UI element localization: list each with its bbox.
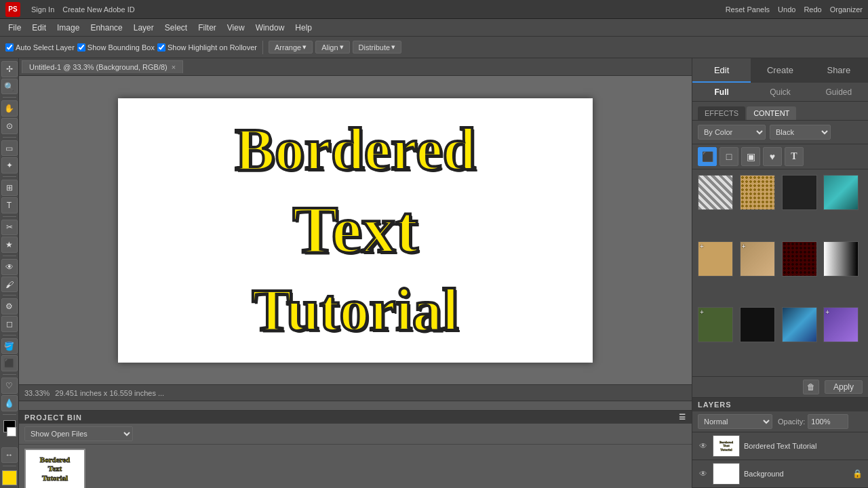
- menu-filter[interactable]: Filter: [193, 22, 222, 34]
- layer-name-bg: Background: [744, 470, 848, 478]
- swatch-8[interactable]: [823, 241, 859, 277]
- filter-square-icon[interactable]: □: [719, 147, 738, 166]
- filter-frame-icon[interactable]: ▣: [741, 147, 760, 166]
- swatch-5[interactable]: +: [698, 241, 733, 277]
- project-bin-menu-icon[interactable]: ☰: [679, 413, 686, 422]
- eye-tool[interactable]: 👁: [1, 259, 18, 275]
- text-tool[interactable]: T: [1, 197, 18, 214]
- horizontal-scrollbar[interactable]: [19, 401, 692, 410]
- redo-btn[interactable]: Redo: [804, 5, 821, 14]
- foreground-bg-swap[interactable]: ↔: [1, 447, 18, 464]
- edit-mode-quick[interactable]: Quick: [751, 83, 809, 101]
- delete-swatch-btn[interactable]: 🗑: [803, 380, 819, 394]
- filter-by-select[interactable]: By Color By Type By Style: [698, 125, 766, 140]
- create-id-link[interactable]: Create New Adobe ID: [62, 5, 134, 14]
- color-swatch[interactable]: [2, 470, 17, 485]
- layer-visibility-text[interactable]: 👁: [698, 441, 709, 451]
- effects-tab[interactable]: EFFECTS: [698, 106, 745, 120]
- move-tool[interactable]: ✢: [1, 61, 18, 77]
- menu-file[interactable]: File: [3, 22, 26, 34]
- edit-mode-guided[interactable]: Guided: [810, 83, 868, 101]
- menu-enhance[interactable]: Enhance: [85, 22, 127, 34]
- project-thumb-text: BorderedTextTutorial: [40, 455, 70, 483]
- magic-wand-tool[interactable]: ✦: [1, 157, 18, 174]
- star-tool[interactable]: ★: [1, 237, 18, 253]
- black-select[interactable]: Black White Red: [770, 125, 831, 140]
- sign-in-link[interactable]: Sign In: [31, 5, 54, 14]
- dropper-tool[interactable]: 💧: [1, 395, 18, 411]
- layer-text[interactable]: 👁 BorderedTextTutorial Bordered Text Tut…: [692, 432, 868, 460]
- effects-content-tabs: EFFECTS CONTENT: [692, 102, 868, 121]
- background-color[interactable]: [7, 427, 16, 436]
- opacity-label: Opacity:: [778, 418, 805, 426]
- filter-text-icon[interactable]: T: [785, 147, 804, 166]
- menu-help[interactable]: Help: [290, 22, 317, 34]
- align-btn[interactable]: Align ▾: [315, 41, 349, 54]
- bounding-box-check[interactable]: Show Bounding Box: [77, 43, 155, 52]
- layer-lock-icon: 🔒: [852, 469, 863, 479]
- auto-select-check[interactable]: Auto Select Layer: [5, 43, 75, 52]
- gradient-tool[interactable]: ⬛: [1, 355, 18, 371]
- highlight-rollover-check[interactable]: Show Highlight on Rollover: [157, 43, 257, 52]
- eraser-tool[interactable]: ◻: [1, 316, 18, 332]
- swatch-1[interactable]: [698, 175, 733, 210]
- swatch-9[interactable]: +: [698, 307, 733, 342]
- project-thumbnail[interactable]: BorderedTextTutorial: [24, 449, 85, 488]
- opacity-input[interactable]: [808, 414, 848, 429]
- menu-select[interactable]: Select: [159, 22, 193, 34]
- panel-tab-share[interactable]: Share: [810, 58, 868, 83]
- layer-background[interactable]: 👁 Background 🔒: [692, 460, 868, 488]
- menu-view[interactable]: View: [222, 22, 250, 34]
- canvas-text-line3: Tutorial: [252, 281, 459, 340]
- dimensions: 29.451 inches x 16.559 inches ...: [55, 389, 164, 397]
- swatches-bottom: 🗑 Apply: [692, 376, 868, 397]
- app-logo: PS: [5, 2, 20, 17]
- swatch-2[interactable]: [740, 175, 775, 210]
- edit-mode-full[interactable]: Full: [692, 83, 751, 101]
- swatch-6[interactable]: +: [740, 241, 775, 277]
- menu-window[interactable]: Window: [250, 22, 290, 34]
- layer-name-text: Bordered Text Tutorial: [744, 442, 863, 450]
- menu-edit[interactable]: Edit: [26, 22, 52, 34]
- panel-tab-edit[interactable]: Edit: [692, 58, 751, 83]
- file-tab[interactable]: Untitled-1 @ 33.3% (Background, RGB/8) ×: [22, 60, 183, 73]
- toolbar-sep: [262, 41, 263, 54]
- zoom-level: 33.33%: [24, 389, 50, 397]
- swatch-11[interactable]: [782, 307, 817, 342]
- reset-panels-btn[interactable]: Reset Panels: [726, 5, 770, 14]
- swatch-4[interactable]: [823, 175, 859, 210]
- shape-tool[interactable]: ♡: [1, 378, 18, 394]
- menu-image[interactable]: Image: [52, 22, 85, 34]
- swatch-7[interactable]: [782, 241, 817, 277]
- undo-btn[interactable]: Undo: [778, 5, 795, 14]
- main-row: ✢ 🔍 ✋ ⊙ ▭ ✦ ⊞ T ✂ ★ 👁 🖌 ⚙ ◻ 🪣 ⬛ ♡ 💧 ↔: [0, 58, 868, 488]
- arrange-btn[interactable]: Arrange ▾: [269, 41, 313, 54]
- panel-tab-create[interactable]: Create: [751, 58, 809, 83]
- layer-visibility-bg[interactable]: 👁: [698, 468, 709, 479]
- hand-tool[interactable]: ✋: [1, 100, 18, 117]
- swatch-10[interactable]: [740, 307, 775, 342]
- filter-all-icon[interactable]: ⬛: [698, 147, 717, 166]
- clone-tool[interactable]: ⚙: [1, 298, 18, 314]
- organizer-btn[interactable]: Organizer: [830, 5, 863, 14]
- layers-header: LAYERS: [692, 398, 868, 411]
- paint-bucket-tool[interactable]: 🪣: [1, 338, 18, 354]
- brush-tool[interactable]: 🖌: [1, 277, 18, 293]
- lasso-tool[interactable]: ⊙: [1, 118, 18, 134]
- edit-mode-tabs: Full Quick Guided: [692, 83, 868, 102]
- show-open-files-select[interactable]: Show Open Files: [24, 426, 133, 441]
- menu-layer[interactable]: Layer: [128, 22, 159, 34]
- swatch-3[interactable]: [782, 175, 817, 210]
- apply-btn[interactable]: Apply: [825, 380, 863, 394]
- zoom-tool[interactable]: 🔍: [1, 79, 18, 95]
- blend-mode-select[interactable]: Normal: [698, 414, 772, 429]
- content-tab[interactable]: CONTENT: [747, 106, 796, 120]
- crop-tool[interactable]: ✂: [1, 220, 18, 236]
- distribute-btn[interactable]: Distribute ▾: [353, 41, 401, 54]
- marquee-tool[interactable]: ▭: [1, 140, 18, 157]
- filter-heart-icon[interactable]: ♥: [763, 147, 782, 166]
- canvas: Bordered Text Tutorial: [118, 98, 593, 363]
- close-tab-btn[interactable]: ×: [172, 63, 176, 71]
- transform-tool[interactable]: ⊞: [1, 180, 18, 196]
- swatch-12[interactable]: +: [823, 307, 859, 342]
